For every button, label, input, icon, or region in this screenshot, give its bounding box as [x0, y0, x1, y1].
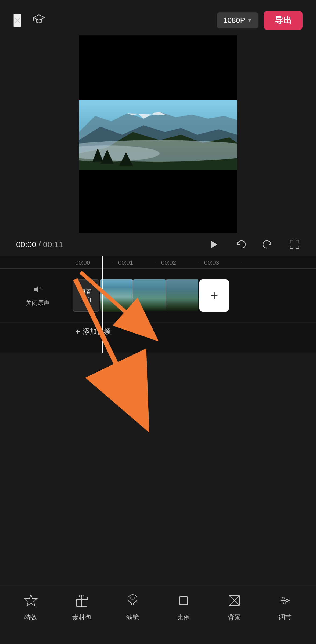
svg-marker-11 [211, 240, 217, 248]
gift-icon [74, 593, 89, 610]
clip-thumb-1[interactable] [100, 279, 133, 312]
effects-label: 特效 [24, 613, 37, 622]
cover-clip[interactable]: 设置 封面 [73, 279, 99, 312]
timeline-ruler: 00:00 00:01 00:02 00:03 [0, 256, 316, 269]
svg-marker-17 [25, 595, 37, 606]
controls-bar: 00:00 / 00:11 [0, 233, 316, 256]
materials-label: 素材包 [72, 613, 91, 622]
ratio-label: 比例 [177, 613, 190, 622]
timeline-playhead [102, 256, 103, 353]
toolbar-item-effects[interactable]: 特效 [15, 593, 47, 622]
toolbar-item-adjust[interactable]: 调节 [269, 593, 301, 622]
svg-marker-12 [34, 286, 38, 293]
ruler-mark-0: 00:00 [75, 259, 118, 266]
timeline-track: 关闭原声 设置 封面 + [0, 269, 316, 322]
learn-icon[interactable] [32, 13, 46, 28]
timeline-area: 00:00 00:01 00:02 00:03 关闭原声 设置 封面 [0, 256, 316, 353]
toolbar-item-filters[interactable]: 滤镜 [116, 593, 149, 622]
svg-point-30 [286, 599, 288, 602]
video-clips: + [100, 279, 229, 312]
svg-point-21 [130, 597, 135, 599]
clip-thumb-3[interactable] [166, 279, 198, 312]
close-button[interactable]: × [13, 14, 21, 27]
preview-black-bottom [79, 170, 237, 233]
total-time: 00:11 [43, 240, 63, 249]
svg-point-31 [283, 602, 285, 604]
svg-marker-0 [34, 15, 44, 20]
fullscreen-button[interactable] [289, 239, 300, 250]
mute-icon[interactable] [33, 284, 43, 297]
top-bar: × 1080P ▼ 导出 [0, 0, 316, 35]
top-bar-left: × [13, 13, 46, 28]
ruler-mark-1: 00:01 [118, 259, 161, 266]
add-audio-plus-icon: + [75, 327, 80, 336]
filters-label: 滤镜 [126, 613, 139, 622]
add-audio-label: 添加音频 [83, 327, 111, 336]
add-audio-row[interactable]: + 添加音频 [0, 322, 316, 341]
adjust-icon [278, 593, 292, 610]
play-button[interactable] [207, 238, 219, 251]
top-bar-right: 1080P ▼ 导出 [217, 11, 303, 30]
ruler-marks: 00:00 00:01 00:02 00:03 [75, 259, 247, 266]
star-icon [24, 593, 38, 610]
adjust-label: 调节 [279, 613, 292, 622]
ruler-mark-3: 00:03 [204, 259, 247, 266]
background-label: 背景 [228, 613, 241, 622]
export-button[interactable]: 导出 [264, 11, 303, 30]
track-clips: 设置 封面 + [73, 277, 229, 314]
svg-point-29 [282, 597, 284, 599]
ruler-mark-2: 00:02 [161, 259, 204, 266]
ratio-icon [176, 593, 191, 610]
toolbar-item-materials[interactable]: 素材包 [66, 593, 98, 622]
playback-controls [207, 238, 300, 251]
preview-black-top [79, 35, 237, 100]
resolution-button[interactable]: 1080P ▼ [217, 12, 258, 28]
preview-image [79, 100, 237, 170]
time-separator: / [38, 240, 43, 249]
undo-button[interactable] [235, 239, 246, 250]
background-icon [227, 593, 242, 610]
clip-thumb-2[interactable] [133, 279, 166, 312]
filter-icon [125, 593, 140, 610]
time-display: 00:00 / 00:11 [16, 240, 63, 249]
dropdown-arrow-icon: ▼ [247, 18, 252, 23]
bottom-toolbar: 特效 素材包 滤镜 比例 [0, 585, 316, 644]
toolbar-item-background[interactable]: 背景 [218, 593, 250, 622]
redo-button[interactable] [262, 239, 273, 250]
current-time: 00:00 [16, 240, 36, 249]
toolbar-item-ratio[interactable]: 比例 [167, 593, 200, 622]
preview-area [79, 35, 237, 233]
track-controls: 关闭原声 [0, 284, 70, 307]
svg-rect-22 [179, 597, 188, 605]
add-clip-button[interactable]: + [199, 279, 229, 312]
mute-label: 关闭原声 [26, 299, 49, 307]
